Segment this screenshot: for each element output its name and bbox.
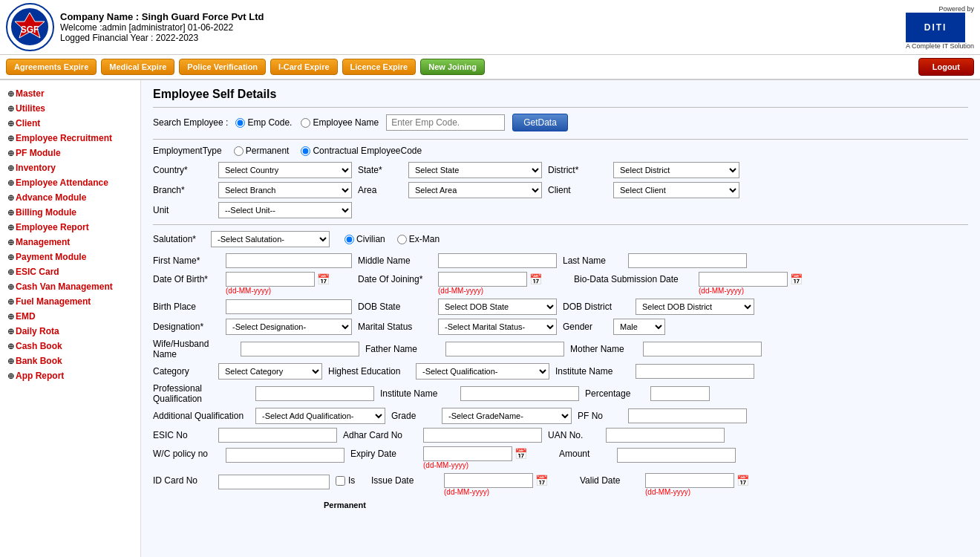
mother-input[interactable]	[643, 342, 762, 356]
validdate-input[interactable]	[645, 473, 734, 488]
powered-by: Powered by	[906, 5, 974, 13]
biodata-calendar-icon[interactable]: 📅	[790, 273, 803, 285]
search-label: Search Employee :	[153, 117, 228, 128]
gender-select[interactable]: Male Female Other	[613, 319, 665, 335]
radio-exman[interactable]	[397, 235, 407, 244]
idcard-input[interactable]	[218, 475, 330, 489]
doj-input[interactable]	[438, 272, 527, 287]
esicno-input[interactable]	[218, 428, 337, 443]
is-checkbox[interactable]	[336, 476, 345, 486]
dob-calendar-icon[interactable]: 📅	[317, 273, 330, 285]
wcpolicy-input[interactable]	[226, 448, 344, 463]
designation-select[interactable]: -Select Designation-	[226, 319, 352, 335]
salutation-select[interactable]: -Select Salutation-	[211, 231, 330, 247]
expiry-input[interactable]	[423, 446, 512, 461]
medical-expire-btn[interactable]: Medical Expire	[101, 59, 174, 75]
contractual-radio-label: Contractual EmployeeCode	[301, 146, 422, 156]
sidebar-item-emd[interactable]: ⊕EMD	[3, 309, 137, 324]
radio-permanent[interactable]	[234, 146, 244, 156]
search-input[interactable]	[386, 114, 505, 131]
amount-input[interactable]	[617, 448, 736, 463]
branch-label: Branch*	[153, 185, 212, 195]
dob-input[interactable]	[226, 272, 315, 287]
sidebar-item-employee-attendance[interactable]: ⊕Employee Attendance	[3, 175, 137, 190]
sidebar-item-daily-rota[interactable]: ⊕Daily Rota	[3, 324, 137, 339]
radio-civilian[interactable]	[344, 235, 354, 244]
grade-select[interactable]: -Select GradeName-	[442, 408, 572, 424]
sidebar-item-cash-book[interactable]: ⊕Cash Book	[3, 339, 137, 354]
plus-icon: ⊕	[7, 163, 14, 173]
marital-select[interactable]: -Select Marital Status-	[438, 319, 557, 335]
lastname-input[interactable]	[628, 253, 747, 268]
esicno-label: ESIC No	[153, 430, 212, 440]
branch-select[interactable]: Select Branch	[218, 182, 352, 198]
radio-empcode[interactable]	[235, 118, 245, 128]
sidebar-item-bank-book[interactable]: ⊕Bank Book	[3, 354, 137, 368]
issue-input[interactable]	[444, 473, 533, 488]
company-info: Company Name : Singh Guard Force Pvt Ltd…	[60, 11, 264, 43]
sidebar-item-client[interactable]: ⊕Client	[3, 116, 137, 131]
sidebar-item-employee-report[interactable]: ⊕Employee Report	[3, 220, 137, 235]
institute-input[interactable]	[636, 364, 754, 379]
category-select[interactable]: Select Category	[218, 363, 322, 380]
sidebar-item-billing-module[interactable]: ⊕Billing Module	[3, 205, 137, 220]
expiry-calendar-icon[interactable]: 📅	[514, 448, 527, 460]
icard-expire-btn[interactable]: I-Card Expire	[270, 59, 337, 75]
institute2-input[interactable]	[460, 386, 579, 401]
sidebar-item-master[interactable]: ⊕Master	[3, 86, 137, 101]
pfno-input[interactable]	[628, 408, 747, 423]
institute2-label: Institute Name	[380, 388, 454, 399]
dobstate-select[interactable]: Select DOB State	[438, 299, 557, 315]
divider3	[153, 224, 968, 225]
wife-input[interactable]	[241, 342, 359, 356]
doj-calendar-icon[interactable]: 📅	[529, 273, 542, 285]
new-joining-btn[interactable]: New Joining	[420, 59, 485, 75]
biodata-input[interactable]	[699, 272, 788, 287]
client-select[interactable]: Select Client	[613, 182, 739, 198]
district-select[interactable]: Select District	[613, 162, 739, 178]
sidebar-item-employee-recruitment[interactable]: ⊕Employee Recruitment	[3, 131, 137, 146]
radio-empname[interactable]	[301, 118, 310, 128]
sidebar-item-pf-module[interactable]: ⊕PF Module	[3, 146, 137, 160]
agreements-expire-btn[interactable]: Agreements Expire	[6, 59, 97, 75]
plus-icon: ⊕	[7, 371, 14, 381]
sidebar-item-app-report[interactable]: ⊕App Report	[3, 368, 137, 383]
dobdistrict-select[interactable]: Select DOB District	[636, 299, 754, 315]
sidebar-item-cash-van-management[interactable]: ⊕Cash Van Management	[3, 279, 137, 294]
adharcard-input[interactable]	[423, 428, 542, 443]
middlename-input[interactable]	[438, 253, 557, 268]
addqual-label: Additional Qualification	[153, 411, 249, 421]
father-input[interactable]	[445, 342, 564, 356]
sidebar-item-advance-module[interactable]: ⊕Advance Module	[3, 190, 137, 205]
education-select[interactable]: -Select Qualification-	[416, 363, 549, 380]
uanno-input[interactable]	[606, 428, 725, 443]
sidebar-item-inventory[interactable]: ⊕Inventory	[3, 160, 137, 175]
logout-button[interactable]: Logout	[918, 58, 974, 76]
percentage-input[interactable]: 0	[650, 386, 710, 401]
state-select[interactable]: Select State	[408, 162, 542, 178]
issue-calendar-icon[interactable]: 📅	[535, 475, 548, 486]
wcpolicy-row: W/C policy no Expiry Date 📅 (dd-MM-yyyy)…	[153, 446, 968, 469]
profqual-input[interactable]	[255, 386, 374, 401]
police-verification-btn[interactable]: Police Verification	[179, 59, 266, 75]
country-select[interactable]: Select Country	[218, 162, 352, 178]
area-select[interactable]: Select Area	[408, 182, 542, 198]
addqual-select[interactable]: -Select Add Qualification-	[255, 408, 385, 424]
validdate-wrap: 📅 (dd-MM-yyyy)	[645, 473, 771, 496]
category-label: Category	[153, 366, 212, 377]
permanent-label: Permanent	[324, 501, 366, 509]
firstname-input[interactable]	[226, 253, 352, 268]
sidebar-item-payment-module[interactable]: ⊕Payment Module	[3, 250, 137, 264]
birthplace-input[interactable]	[226, 299, 352, 314]
firstname-label: First Name*	[153, 255, 220, 266]
validdate-calendar-icon[interactable]: 📅	[736, 475, 749, 486]
sidebar-item-fuel-management[interactable]: ⊕Fuel Management	[3, 294, 137, 309]
licence-expire-btn[interactable]: Licence Expire	[342, 59, 416, 75]
getdata-button[interactable]: GetData	[512, 114, 568, 131]
sidebar-item-utilites[interactable]: ⊕Utilites	[3, 101, 137, 116]
designation-row: Designation* -Select Designation- Marita…	[153, 319, 968, 335]
unit-select[interactable]: --Select Unit--	[218, 202, 352, 218]
sidebar-item-management[interactable]: ⊕Management	[3, 235, 137, 250]
sidebar-item-esic-card[interactable]: ⊕ESIC Card	[3, 264, 137, 279]
radio-contractual[interactable]	[301, 146, 310, 156]
